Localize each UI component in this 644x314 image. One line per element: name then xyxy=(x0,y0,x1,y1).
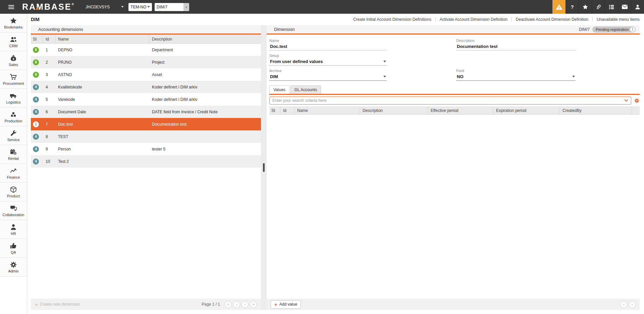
chevron-down-icon[interactable] xyxy=(624,99,628,102)
cell-description: DATE field from Invoice / Credit Note xyxy=(149,110,261,114)
action-deactivate-definition[interactable]: Deactivate Account Dimension Definition xyxy=(512,17,593,22)
archive-dropdown[interactable]: DIM xyxy=(269,74,387,81)
table-row-selected[interactable]: 1 7 Doc.test Documentation test xyxy=(31,118,261,130)
action-create-initial-definitions[interactable]: Create Initial Account Dimension Definit… xyxy=(349,17,436,22)
table-row[interactable]: 4 5 Varekode Koder definert i DIM arkiv xyxy=(31,93,261,106)
previous-page-button[interactable]: ‹ xyxy=(233,301,240,308)
sidebar-item-label: Procurement xyxy=(3,81,24,85)
warning-icon[interactable] xyxy=(552,0,566,14)
setup-dropdown[interactable]: From user defined values xyxy=(269,59,387,66)
splitter-handle[interactable] xyxy=(263,163,265,172)
column-header-st[interactable]: St xyxy=(269,107,280,114)
sidebar-item-rental[interactable]: $ Rental xyxy=(0,145,27,164)
paperclip-icon[interactable] xyxy=(592,0,605,14)
dimensions-panel-footer: + Create new dimension Page 1 / 1 « ‹ › … xyxy=(31,299,261,310)
topbar-icons: ? xyxy=(552,0,644,14)
previous-page-button[interactable]: ‹ xyxy=(620,301,627,308)
sidebar-item-logistics[interactable]: Logistics xyxy=(0,89,27,108)
dimension-detail-panel: Dimension DIM/7 Pending registration 1 N… xyxy=(267,25,640,310)
status-badge: 8 xyxy=(33,72,39,78)
sidebar-item-crm[interactable]: CRM xyxy=(0,33,27,51)
svg-text:$: $ xyxy=(13,57,14,60)
sidebar-item-hr[interactable]: HR xyxy=(0,220,27,239)
table-row[interactable]: 8 3 ASTNO Asset xyxy=(31,68,261,81)
sidebar-item-collaboration[interactable]: Collaboration xyxy=(0,201,27,220)
column-header-description[interactable]: Description xyxy=(360,107,428,114)
column-header-effective-period[interactable]: Effective period xyxy=(428,107,493,114)
accounting-dimensions-panel: Accounting dimensions St Id Name Descrip… xyxy=(31,25,261,310)
table-row[interactable]: 8 2 PRJNO Project xyxy=(31,56,261,68)
cell-name: DEPNO xyxy=(55,48,149,52)
sidebar-item-production[interactable]: Production xyxy=(0,108,27,126)
page-indicator: Page 1 / 1 xyxy=(202,302,220,307)
description-field[interactable]: Documentation test xyxy=(456,44,576,51)
status-badge: 4 xyxy=(33,84,39,90)
star-icon[interactable] xyxy=(579,0,592,14)
back-button[interactable]: ‹ xyxy=(183,3,189,11)
table-row[interactable]: 4 6 Document Date DATE field from Invoic… xyxy=(31,106,261,118)
next-page-button[interactable]: › xyxy=(629,301,636,308)
table-row[interactable]: 8 1 DEPNO Department xyxy=(31,44,261,56)
table-row[interactable]: 4 4 Kvalitetskode Koder definert i DIM a… xyxy=(31,81,261,93)
column-header-name[interactable]: Name xyxy=(294,107,360,114)
search-settings-gear-icon[interactable] xyxy=(634,98,640,104)
person-icon xyxy=(10,224,17,231)
values-table-header: St Id Name Description Effective period … xyxy=(269,107,640,115)
sidebar-item-procurement[interactable]: Procurement xyxy=(0,70,27,89)
table-row[interactable]: 4 9 Person tester 5 xyxy=(31,143,261,155)
next-page-button[interactable]: › xyxy=(241,301,249,308)
system-selector[interactable]: JHCDEVSYS xyxy=(84,5,125,9)
column-header-createdby[interactable]: CreatedBy xyxy=(560,107,632,114)
tab-gl-accounts[interactable]: GL Accounts xyxy=(290,85,321,94)
wrench-icon xyxy=(10,130,17,137)
user-icon[interactable] xyxy=(631,0,644,14)
program-search-input[interactable] xyxy=(155,3,183,11)
rambase-logo: RAMBASE® xyxy=(22,2,75,12)
panel-splitter xyxy=(261,25,267,310)
status-pill: Pending registration 1 xyxy=(592,26,636,33)
dimension-form: Name Doc.test Description Documentation … xyxy=(267,35,640,81)
sidebar-item-label: Collaboration xyxy=(3,213,24,217)
star-icon xyxy=(10,17,17,24)
search-input[interactable] xyxy=(272,98,624,103)
create-new-dimension-button[interactable]: + Create new dimension xyxy=(35,302,80,307)
table-row[interactable]: 4 8 TEST xyxy=(31,130,261,143)
cell-id: 2 xyxy=(43,60,55,65)
status-badge: 1 xyxy=(33,121,39,127)
cell-id: 6 xyxy=(43,110,55,114)
company-selector[interactable]: TEM-NO xyxy=(128,3,152,11)
sidebar-item-finance[interactable]: Finance xyxy=(0,164,27,183)
hamburger-menu-icon[interactable] xyxy=(0,0,22,14)
action-unavailable-menu-items[interactable]: Unavailable menu items xyxy=(593,17,640,22)
list-icon[interactable] xyxy=(605,0,618,14)
column-header-expiration-period[interactable]: Expiration period xyxy=(493,107,560,114)
sidebar-item-service[interactable]: Service xyxy=(0,126,27,145)
column-header-description[interactable]: Description xyxy=(149,35,261,43)
name-value: Doc.test xyxy=(270,44,287,49)
action-activate-definition[interactable]: Activate Account Dimension Definition xyxy=(436,17,512,22)
column-header-st[interactable]: St xyxy=(31,35,43,43)
name-field[interactable]: Doc.test xyxy=(269,44,387,51)
add-value-button[interactable]: + Add value xyxy=(271,300,301,309)
mail-icon[interactable] xyxy=(618,0,631,14)
chevron-down-icon xyxy=(383,76,386,77)
first-page-button[interactable]: « xyxy=(225,301,232,308)
description-value: Documentation test xyxy=(457,44,497,49)
company-selector-value: TEM-NO xyxy=(130,5,146,9)
help-icon[interactable]: ? xyxy=(566,0,579,14)
column-header-id[interactable]: Id xyxy=(280,107,294,114)
column-header-name[interactable]: Name xyxy=(55,35,149,43)
sidebar-item-label: Logistics xyxy=(6,100,21,104)
sidebar-item-product[interactable]: Product xyxy=(0,183,27,201)
sidebar-item-qa[interactable]: QA xyxy=(0,239,27,258)
tab-values[interactable]: Values xyxy=(269,85,289,94)
sidebar-item-label: Admin xyxy=(8,269,18,273)
cell-description: Project xyxy=(149,60,261,65)
sidebar-item-bookmarks[interactable]: Bookmarks xyxy=(0,14,27,33)
column-header-id[interactable]: Id xyxy=(43,35,55,43)
sidebar-item-admin[interactable]: Admin xyxy=(0,258,27,276)
last-page-button[interactable]: » xyxy=(250,301,257,308)
table-row[interactable]: 4 10 Test 2 xyxy=(31,155,261,168)
sidebar-item-sales[interactable]: $ Sales xyxy=(0,51,27,70)
field-dropdown[interactable]: NO xyxy=(456,74,576,81)
